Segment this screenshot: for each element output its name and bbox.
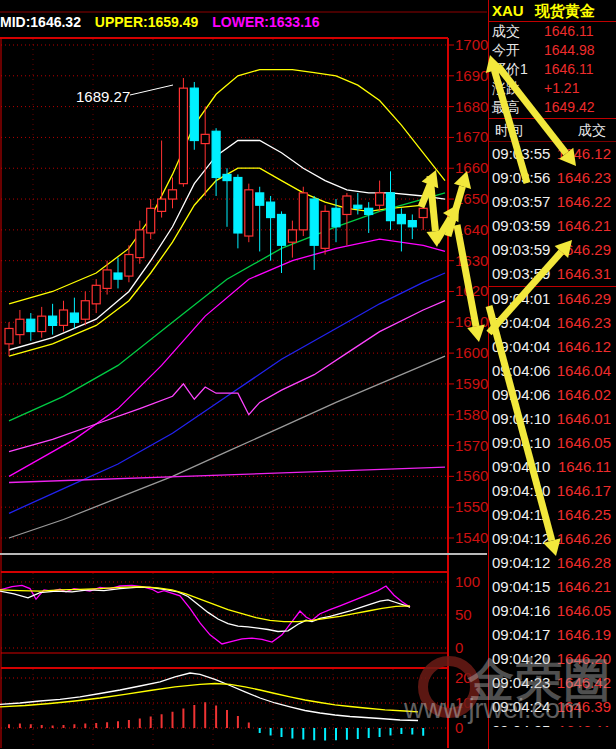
tick-time: 09:04:24 <box>492 695 550 719</box>
candlestick <box>125 255 133 277</box>
tick-price: 1646.04 <box>557 359 611 383</box>
tick-row: 09:04:011646.29 <box>489 286 616 311</box>
candlestick <box>27 319 35 331</box>
tick-price: 1646.23 <box>557 166 611 190</box>
quote-summary: 成交1646.11今开1644.98买价11646.11涨跌+1.21最高164… <box>489 22 616 119</box>
candlestick <box>158 199 166 211</box>
annotation-arrow <box>457 225 476 326</box>
tick-price: 1646.12 <box>557 335 611 359</box>
tick-time: 09:04:20 <box>492 647 550 671</box>
candlestick <box>114 273 122 279</box>
info-label: 成交 <box>492 22 544 41</box>
tick-time: 09:03:57 <box>492 190 550 214</box>
watermark-logo-icon <box>418 656 480 718</box>
tick-time: 09:04:25 <box>492 719 550 727</box>
tick-price: 1646.05 <box>557 599 611 623</box>
tick-row: 09:03:551646.12 <box>489 142 616 166</box>
candlestick <box>365 208 373 214</box>
tick-price: 1646.11 <box>558 455 611 479</box>
macd-dea <box>0 684 418 712</box>
tick-row: 09:04:111646.25 <box>489 503 616 527</box>
tick-price: 1646.26 <box>557 527 611 551</box>
annotation-arrowhead <box>454 171 471 189</box>
axis-label: 1640 <box>455 221 488 238</box>
tick-price: 1646.11 <box>558 719 611 727</box>
tick-time: 09:04:04 <box>492 311 550 335</box>
quote-info-row: 今开1644.98 <box>489 41 616 60</box>
axis-label: 1700 <box>455 36 488 53</box>
axis-label: 10 <box>455 694 472 711</box>
info-value: +1.21 <box>544 79 579 98</box>
candlestick <box>103 270 111 288</box>
ma-pink <box>9 301 445 452</box>
tick-row: 09:04:151646.21 <box>489 575 616 599</box>
peak-connector <box>130 85 173 95</box>
tick-price: 1646.21 <box>557 214 611 238</box>
tick-time: 09:04:10 <box>492 407 550 431</box>
peak-price-label: 1689.27 <box>76 88 130 105</box>
tick-price: 1646.21 <box>557 575 611 599</box>
quote-panel: XAU 现货黄金 成交1646.11今开1644.98买价11646.11涨跌+… <box>488 0 616 749</box>
rsi-white <box>0 587 410 631</box>
annotation-arrow <box>430 176 435 231</box>
tick-list[interactable]: 09:03:551646.1209:03:561646.2309:03:5716… <box>489 142 616 727</box>
candlestick <box>321 211 329 248</box>
ma-green <box>9 193 445 421</box>
info-value: 1644.98 <box>544 41 595 60</box>
candlestick <box>212 131 220 177</box>
tick-price: 1646.25 <box>557 503 611 527</box>
tick-time: 09:04:01 <box>492 287 550 311</box>
candlestick <box>60 310 68 325</box>
ma-fast <box>9 168 423 356</box>
tick-row: 09:04:061646.04 <box>489 359 616 383</box>
annotation-arrowhead <box>443 204 459 222</box>
tick-row: 09:03:591646.21 <box>489 214 616 238</box>
tick-price: 1646.23 <box>557 311 611 335</box>
candlestick <box>419 208 427 217</box>
axis-label: 1620 <box>455 282 488 299</box>
info-label: 今开 <box>492 41 544 60</box>
tick-row: 09:04:101646.11 <box>489 455 616 479</box>
tick-price: 1646.29 <box>557 238 611 262</box>
candlestick <box>16 319 24 334</box>
tick-time: 09:04:06 <box>492 383 550 407</box>
tick-price: 1646.42 <box>557 671 611 695</box>
tick-row: 09:04:061646.02 <box>489 383 616 407</box>
axis-label: 1570 <box>455 437 488 454</box>
quote-info-row: 买价11646.11 <box>489 60 616 79</box>
axis-label: 50 <box>455 606 472 623</box>
axis-label: 100 <box>455 573 480 590</box>
tick-price: 1646.01 <box>557 407 611 431</box>
tick-row: 09:04:041646.23 <box>489 311 616 335</box>
candlestick <box>408 221 416 227</box>
tick-row: 09:04:251646.11 <box>489 719 616 727</box>
tick-time: 09:04:15 <box>492 575 550 599</box>
candlestick <box>267 202 275 217</box>
axis-label: 1630 <box>455 252 488 269</box>
candlestick <box>5 328 13 343</box>
instrument-name: 现货黄金 <box>535 2 595 19</box>
boll-upper-value: UPPER:1659.49 <box>95 14 199 30</box>
info-value: 1646.11 <box>544 60 594 79</box>
tick-row: 09:04:041646.12 <box>489 335 616 359</box>
candlestick <box>299 193 307 230</box>
tick-time: 09:03:59 <box>492 214 550 238</box>
annotation-arrowhead <box>422 170 439 188</box>
macd-dif <box>0 673 418 721</box>
tick-price: 1646.12 <box>557 142 611 166</box>
annotation-arrow <box>421 185 430 207</box>
ma-flat <box>9 467 445 482</box>
tick-price: 1646.02 <box>557 383 611 407</box>
axis-label: 1550 <box>455 498 488 515</box>
tick-price: 1646.05 <box>557 431 611 455</box>
rsi-magenta <box>0 585 410 644</box>
tick-row: 09:03:561646.23 <box>489 166 616 190</box>
axis-label: 1590 <box>455 375 488 392</box>
tick-time: 09:04:06 <box>492 359 550 383</box>
candlestick <box>179 88 187 184</box>
annotation-arrow <box>448 186 463 236</box>
tick-row: 09:04:121646.28 <box>489 551 616 575</box>
tick-time: 09:04:16 <box>492 599 550 623</box>
candlestick <box>256 193 264 205</box>
candlestick <box>49 316 57 325</box>
